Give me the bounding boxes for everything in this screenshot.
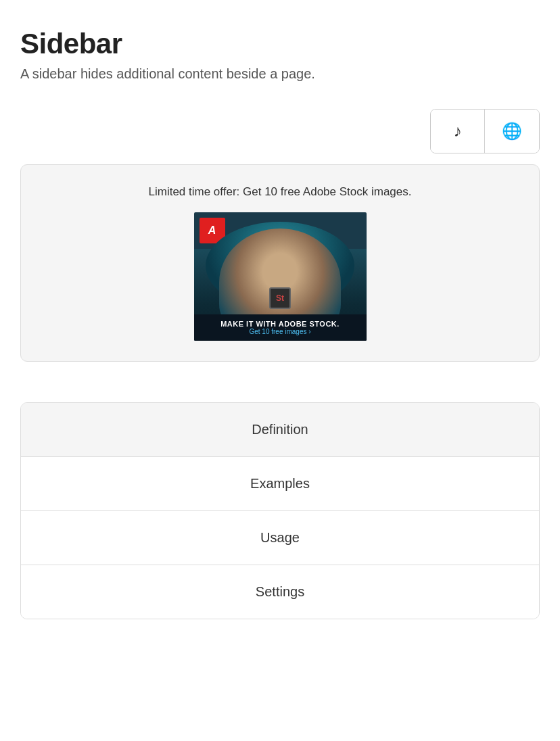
ad-image-bg: St MAKE IT WITH ADOBE STOCK. Get 10 free… bbox=[194, 249, 367, 341]
page-title: Sidebar bbox=[20, 27, 540, 61]
tab-item-usage[interactable]: Usage bbox=[21, 511, 539, 565]
ad-text: Limited time offer: Get 10 free Adobe St… bbox=[149, 185, 412, 199]
icon-button-group: ♪ 🌐 bbox=[430, 109, 540, 153]
page-subtitle: A sidebar hides additional content besid… bbox=[20, 66, 540, 82]
tab-list: DefinitionExamplesUsageSettings bbox=[20, 402, 540, 619]
globe-icon: 🌐 bbox=[502, 122, 522, 141]
tab-item-settings[interactable]: Settings bbox=[21, 565, 539, 619]
ad-container: Limited time offer: Get 10 free Adobe St… bbox=[20, 164, 540, 362]
music-icon: ♪ bbox=[454, 122, 462, 141]
tab-item-examples[interactable]: Examples bbox=[21, 457, 539, 511]
ad-bottom-text: MAKE IT WITH ADOBE STOCK. Get 10 free im… bbox=[194, 314, 367, 341]
ad-sub-text: Get 10 free images › bbox=[197, 328, 364, 335]
adobe-logo-text: A bbox=[208, 224, 216, 237]
ad-image[interactable]: A Adobe St MAKE IT WITH ADOBE STOCK. Get… bbox=[194, 212, 367, 341]
st-badge: St bbox=[269, 287, 291, 309]
ad-main-text: MAKE IT WITH ADOBE STOCK. bbox=[197, 320, 364, 328]
tab-item-definition[interactable]: Definition bbox=[21, 403, 539, 457]
music-button[interactable]: ♪ bbox=[431, 110, 485, 153]
icon-toolbar: ♪ 🌐 bbox=[20, 109, 540, 153]
globe-button[interactable]: 🌐 bbox=[485, 110, 539, 153]
